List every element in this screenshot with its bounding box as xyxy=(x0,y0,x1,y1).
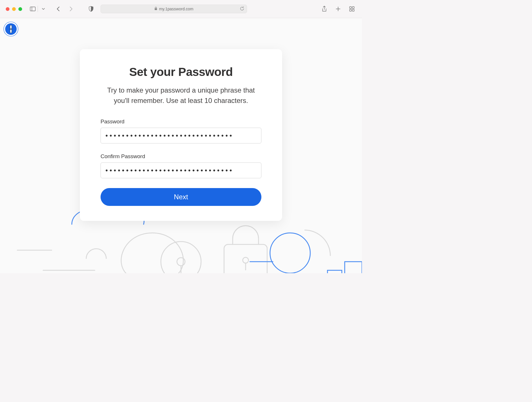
page-body: Set your Password Try to make your passw… xyxy=(0,18,362,273)
share-icon[interactable] xyxy=(320,5,329,13)
tab-overview-icon[interactable] xyxy=(348,5,356,13)
lock-icon xyxy=(154,7,157,11)
close-window-button[interactable] xyxy=(6,7,9,11)
forward-button[interactable] xyxy=(67,5,75,13)
svg-rect-3 xyxy=(350,7,352,9)
svg-point-13 xyxy=(177,258,185,266)
confirm-password-input[interactable] xyxy=(101,162,261,178)
password-card: Set your Password Try to make your passw… xyxy=(80,49,282,221)
card-subtitle: Try to make your password a unique phras… xyxy=(101,85,261,106)
svg-rect-10 xyxy=(10,25,12,29)
svg-rect-2 xyxy=(155,8,157,10)
confirm-password-label: Confirm Password xyxy=(101,153,261,160)
window-controls xyxy=(6,7,22,11)
svg-point-16 xyxy=(270,233,310,273)
onepassword-logo-icon xyxy=(3,22,18,37)
separator xyxy=(38,6,38,12)
password-input[interactable] xyxy=(101,128,261,143)
minimize-window-button[interactable] xyxy=(12,7,16,11)
address-bar[interactable]: my.1password.com xyxy=(101,5,247,13)
next-button[interactable]: Next xyxy=(101,188,261,206)
sidebar-toggle-icon[interactable] xyxy=(28,5,37,13)
card-title: Set your Password xyxy=(101,65,261,79)
password-label: Password xyxy=(101,118,261,125)
privacy-shield-icon[interactable] xyxy=(87,5,95,13)
svg-rect-6 xyxy=(352,9,354,12)
new-tab-icon[interactable] xyxy=(334,5,342,13)
svg-rect-0 xyxy=(30,7,35,11)
svg-rect-11 xyxy=(10,29,12,33)
svg-rect-5 xyxy=(350,9,352,12)
refresh-icon[interactable] xyxy=(240,6,244,12)
svg-rect-4 xyxy=(352,7,354,9)
svg-point-15 xyxy=(243,257,248,263)
url-text: my.1password.com xyxy=(159,7,194,11)
maximize-window-button[interactable] xyxy=(18,7,22,11)
svg-rect-18 xyxy=(345,262,362,273)
browser-toolbar: my.1password.com xyxy=(0,0,362,18)
chevron-down-icon[interactable] xyxy=(39,5,48,13)
svg-rect-17 xyxy=(327,270,342,273)
back-button[interactable] xyxy=(54,5,63,13)
